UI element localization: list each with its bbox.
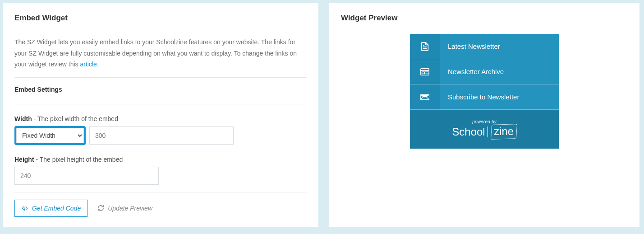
- width-mode-highlight: Fixed Width: [14, 126, 86, 145]
- width-mode-select[interactable]: Fixed Width: [16, 128, 84, 143]
- height-input[interactable]: [14, 167, 159, 185]
- desc-text: The SZ Widget lets you easily embed link…: [14, 38, 297, 68]
- brand-text-left: School: [452, 126, 485, 138]
- code-icon: [21, 205, 28, 211]
- update-preview-label: Update Preview: [108, 205, 152, 212]
- panel-title: Embed Widget: [14, 14, 307, 23]
- embed-description: The SZ Widget lets you easily embed link…: [14, 30, 307, 77]
- svg-line-0: [24, 206, 25, 210]
- height-label-rest: - The pixel height of the embed: [34, 156, 123, 163]
- schoolzine-logo: School zine: [452, 124, 516, 139]
- divider: [14, 104, 307, 104]
- height-field: Height - The pixel height of the embed: [14, 156, 307, 185]
- refresh-icon: [97, 205, 104, 211]
- svg-rect-6: [422, 72, 424, 74]
- powered-by-label: powered by: [472, 119, 497, 124]
- embed-settings-title: Embed Settings: [14, 78, 307, 95]
- width-label: Width - The pixel width of the embed: [14, 115, 307, 122]
- document-icon: [410, 34, 440, 59]
- widget-row-latest-newsletter[interactable]: Latest Newsletter: [410, 34, 559, 59]
- widget-row-subscribe[interactable]: Subscribe to Newsletter: [410, 84, 559, 110]
- brand-zine-box: zine: [491, 124, 517, 140]
- brand-text-right: zine: [494, 125, 514, 138]
- panel-title: Widget Preview: [341, 14, 628, 23]
- get-embed-code-button[interactable]: Get Embed Code: [14, 200, 87, 217]
- widget-footer: powered by School zine: [410, 110, 559, 149]
- widget-row-label: Latest Newsletter: [440, 42, 500, 50]
- height-label: Height - The pixel height of the embed: [14, 156, 307, 163]
- width-field: Width - The pixel width of the embed Fix…: [14, 115, 307, 145]
- height-label-strong: Height: [14, 156, 34, 163]
- envelope-icon: [410, 84, 440, 109]
- brand-divider: [488, 126, 488, 137]
- width-input[interactable]: [89, 126, 234, 145]
- desc-suffix: .: [97, 61, 99, 68]
- widget-row-label: Subscribe to Newsletter: [440, 93, 519, 101]
- get-embed-code-label: Get Embed Code: [32, 205, 81, 212]
- preview-widget: Latest Newsletter Newsletter Archive Sub…: [410, 34, 559, 149]
- widget-row-label: Newsletter Archive: [440, 68, 504, 75]
- widget-row-newsletter-archive[interactable]: Newsletter Archive: [410, 59, 559, 84]
- preview-area: Latest Newsletter Newsletter Archive Sub…: [341, 30, 628, 149]
- widget-preview-panel: Widget Preview Latest Newsletter Newslet…: [329, 3, 639, 227]
- update-preview-button[interactable]: Update Preview: [97, 205, 152, 212]
- newspaper-icon: [410, 59, 440, 84]
- article-link[interactable]: article: [80, 61, 97, 68]
- width-label-strong: Width: [14, 115, 32, 122]
- width-label-rest: - The pixel width of the embed: [32, 115, 118, 122]
- divider: [14, 192, 307, 192]
- embed-widget-panel: Embed Widget The SZ Widget lets you easi…: [3, 3, 318, 227]
